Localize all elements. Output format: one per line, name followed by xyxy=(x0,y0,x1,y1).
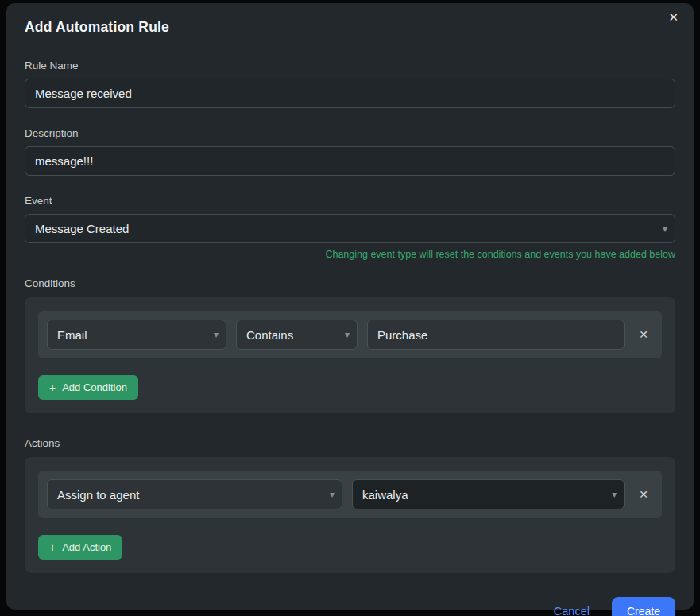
condition-operator-select[interactable]: Contains ▾ xyxy=(236,320,358,350)
modal-title: Add Automation Rule xyxy=(25,19,675,36)
add-action-label: Add Action xyxy=(62,541,111,553)
rule-name-input[interactable] xyxy=(25,79,675,108)
condition-operator-value: Contains xyxy=(246,328,293,342)
action-agent-value: kaiwalya xyxy=(362,488,408,502)
chevron-down-icon: ▾ xyxy=(214,330,219,339)
action-row: Assign to agent ▾ kaiwalya ▾ ✕ xyxy=(38,471,662,518)
chevron-down-icon: ▾ xyxy=(612,490,617,499)
description-label: Description xyxy=(25,127,675,139)
create-button[interactable]: Create xyxy=(612,597,675,616)
rule-name-label: Rule Name xyxy=(25,60,675,72)
condition-value-input[interactable] xyxy=(367,320,625,350)
event-change-warning: Changing event type will reset the condi… xyxy=(25,249,675,260)
close-icon[interactable]: ✕ xyxy=(666,9,681,25)
add-automation-rule-modal: ✕ Add Automation Rule Rule Name Descript… xyxy=(6,3,694,610)
action-type-select[interactable]: Assign to agent ▾ xyxy=(47,479,342,509)
remove-condition-icon[interactable]: ✕ xyxy=(634,326,653,343)
cancel-button[interactable]: Cancel xyxy=(554,605,590,616)
chevron-down-icon: ▾ xyxy=(663,224,667,234)
action-agent-select[interactable]: kaiwalya ▾ xyxy=(352,479,625,509)
condition-field-value: Email xyxy=(57,328,87,342)
description-input[interactable] xyxy=(25,146,675,176)
actions-label: Actions xyxy=(25,437,675,449)
event-select[interactable]: Message Created ▾ xyxy=(25,214,675,243)
conditions-label: Conditions xyxy=(25,277,675,289)
event-select-value: Message Created xyxy=(35,222,129,235)
chevron-down-icon: ▾ xyxy=(345,330,350,339)
action-type-value: Assign to agent xyxy=(57,488,139,502)
plus-icon: + xyxy=(49,542,56,553)
actions-card: Assign to agent ▾ kaiwalya ▾ ✕ + Add Act… xyxy=(25,457,675,573)
condition-field-select[interactable]: Email ▾ xyxy=(47,320,226,350)
condition-row: Email ▾ Contains ▾ ✕ xyxy=(38,311,662,358)
plus-icon: + xyxy=(49,382,56,393)
add-condition-button[interactable]: + Add Condition xyxy=(38,375,138,400)
remove-action-icon[interactable]: ✕ xyxy=(634,486,653,503)
conditions-card: Email ▾ Contains ▾ ✕ + Add Condition xyxy=(25,297,675,413)
add-action-button[interactable]: + Add Action xyxy=(38,535,122,560)
modal-footer: Cancel Create xyxy=(25,597,675,616)
add-condition-label: Add Condition xyxy=(62,382,127,393)
event-label: Event xyxy=(25,195,675,207)
chevron-down-icon: ▾ xyxy=(330,490,335,499)
